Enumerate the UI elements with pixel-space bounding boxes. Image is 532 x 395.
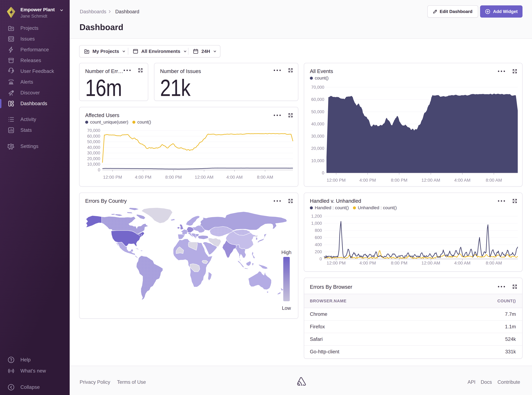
svg-text:800: 800	[315, 228, 322, 233]
svg-text:60,000: 60,000	[311, 97, 324, 102]
svg-text:4:00 AM: 4:00 AM	[454, 178, 471, 183]
svg-text:4:00 PM: 4:00 PM	[359, 261, 376, 265]
svg-text:70,000: 70,000	[311, 85, 324, 90]
svg-text:70,000: 70,000	[87, 128, 100, 133]
svg-text:400: 400	[315, 242, 322, 247]
svg-text:30,000: 30,000	[311, 134, 324, 139]
svg-text:20,000: 20,000	[311, 146, 324, 151]
svg-text:8:00 AM: 8:00 AM	[486, 261, 502, 265]
svg-text:8:00 AM: 8:00 AM	[486, 178, 502, 183]
svg-text:12:00 PM: 12:00 PM	[103, 175, 122, 180]
svg-text:1,000: 1,000	[311, 221, 322, 226]
svg-text:8:00 AM: 8:00 AM	[257, 175, 273, 180]
svg-text:12:00 AM: 12:00 AM	[422, 178, 440, 183]
svg-text:Low: Low	[282, 305, 291, 311]
svg-text:4:00 AM: 4:00 AM	[226, 175, 243, 180]
svg-text:200: 200	[315, 249, 322, 254]
svg-text:0: 0	[98, 168, 100, 172]
svg-text:12:00 PM: 12:00 PM	[327, 261, 346, 265]
svg-text:10,000: 10,000	[311, 158, 324, 163]
svg-text:8:00 PM: 8:00 PM	[391, 261, 407, 265]
svg-text:8:00 PM: 8:00 PM	[165, 175, 182, 180]
svg-text:8:00 PM: 8:00 PM	[391, 178, 407, 183]
svg-text:12:00 PM: 12:00 PM	[327, 178, 346, 183]
svg-text:0: 0	[322, 170, 324, 175]
svg-text:12:00 AM: 12:00 AM	[195, 175, 213, 180]
svg-text:600: 600	[315, 235, 322, 240]
svg-text:40,000: 40,000	[311, 122, 324, 126]
svg-text:4:00 AM: 4:00 AM	[454, 261, 471, 265]
svg-text:0: 0	[320, 257, 322, 261]
svg-text:10,000: 10,000	[87, 162, 100, 167]
svg-text:High: High	[281, 250, 292, 255]
svg-text:4:00 PM: 4:00 PM	[135, 175, 151, 180]
svg-text:30,000: 30,000	[87, 151, 100, 155]
svg-text:60,000: 60,000	[87, 134, 100, 139]
svg-text:4:00 PM: 4:00 PM	[359, 178, 376, 183]
svg-text:40,000: 40,000	[87, 145, 100, 150]
svg-text:20,000: 20,000	[87, 156, 100, 161]
svg-text:12:00 AM: 12:00 AM	[422, 261, 440, 265]
svg-text:50,000: 50,000	[87, 139, 100, 144]
svg-text:50,000: 50,000	[311, 110, 324, 114]
svg-text:1,200: 1,200	[311, 214, 322, 219]
